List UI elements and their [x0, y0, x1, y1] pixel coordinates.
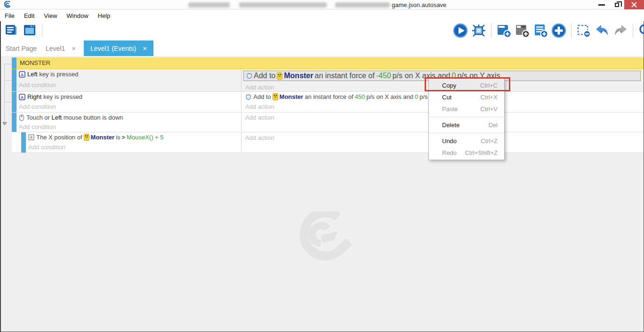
menu-separator	[429, 117, 504, 117]
add-action-link[interactable]: Add action	[245, 84, 274, 91]
add-condition-link[interactable]: Add condition	[19, 123, 56, 130]
title-redacted-1	[188, 2, 230, 8]
debug-icon[interactable]	[471, 23, 486, 38]
add-condition-link[interactable]: Add condition	[28, 144, 65, 151]
minimize-button[interactable]	[595, 0, 608, 9]
scene-editor-window-icon[interactable]	[22, 23, 37, 38]
close-button[interactable]	[624, 0, 644, 9]
window-border-left	[0, 21, 1, 332]
close-icon	[631, 2, 637, 8]
sub-event-row: The X position of Monster is > MouseX() …	[12, 132, 644, 153]
svg-text:A: A	[21, 95, 24, 99]
comment-row[interactable]: MONSTER	[12, 57, 644, 69]
position-icon	[28, 134, 34, 140]
unselect-all-button[interactable]	[576, 23, 591, 38]
toolbar	[0, 21, 644, 40]
context-menu: Copy Ctrl+C Cut Ctrl+X Paste Ctrl+V Dele…	[428, 78, 505, 160]
event-color-bar	[12, 69, 16, 91]
add-action-link[interactable]: Add action	[245, 114, 274, 121]
gdevelop-logo	[4, 1, 12, 8]
add-action-link[interactable]: Add action	[245, 134, 274, 141]
title-bar: game.json.autosave	[0, 0, 644, 9]
keyboard-key-icon: A	[19, 94, 25, 100]
menu-window[interactable]: Window	[65, 11, 93, 21]
title-redacted-3	[335, 2, 390, 8]
monster-sprite-icon	[273, 93, 278, 100]
gdevelop-logo-watermark	[293, 211, 353, 264]
menu-bar: File Edit View Window Help	[0, 10, 644, 21]
keyboard-key-icon: A	[19, 71, 25, 78]
svg-text:A: A	[21, 72, 24, 77]
toolbar-separator	[633, 24, 633, 38]
context-menu-undo[interactable]: Undo Ctrl+Z	[429, 135, 504, 147]
gdevelop-window: game.json.autosave File Edit View Window…	[0, 0, 644, 332]
menu-help[interactable]: Help	[97, 11, 115, 21]
add-sub-event-button[interactable]	[515, 23, 530, 38]
condition-right-key[interactable]: A Right key is pressed	[19, 93, 82, 100]
menu-edit[interactable]: Edit	[23, 11, 39, 21]
context-menu-redo[interactable]: Redo Ctrl+Shift+Z	[429, 147, 504, 159]
mouse-icon	[19, 114, 24, 121]
title-redacted-2	[239, 2, 327, 8]
event-color-bar	[21, 132, 26, 153]
event-color-bar	[12, 113, 16, 132]
menu-separator	[429, 133, 504, 133]
comment-text: MONSTER	[20, 59, 50, 66]
context-menu-copy[interactable]: Copy Ctrl+C	[429, 80, 504, 91]
redo-button[interactable]	[613, 23, 628, 38]
condition-mouse-down[interactable]: Touch or Left mouse button is down	[19, 114, 123, 121]
add-other-event-button[interactable]	[551, 23, 566, 38]
menu-file[interactable]: File	[4, 11, 19, 21]
action-instant-force[interactable]: Add to Monster an instant force of 450 p…	[245, 93, 454, 100]
toolbar-separator	[491, 24, 491, 38]
monster-sprite-icon	[84, 134, 89, 141]
event-color-bar	[12, 92, 16, 112]
tab-bar: Start Page Level1 × Level1 (Events) ×	[0, 40, 644, 56]
events-sheet: MONSTER A Left key is pressed Add condit…	[1, 56, 644, 332]
force-hand-icon	[245, 94, 251, 100]
add-event-button[interactable]	[496, 23, 511, 38]
play-button[interactable]	[453, 23, 468, 38]
menu-view[interactable]: View	[43, 11, 62, 21]
add-comment-button[interactable]	[533, 23, 548, 38]
force-hand-icon	[246, 73, 252, 79]
tab-level1-events[interactable]: Level1 (Events) ×	[84, 40, 153, 56]
event-color-bar	[12, 57, 16, 69]
add-action-link[interactable]: Add action	[245, 103, 274, 110]
event-row-2: A Right key is pressed Add condition Add…	[12, 92, 644, 113]
project-manager-icon[interactable]	[4, 23, 19, 38]
tab-start-page[interactable]: Start Page	[6, 40, 37, 56]
event-row-3: Touch or Left mouse button is down Add c…	[12, 113, 644, 132]
tab-close-icon[interactable]: ×	[72, 44, 76, 52]
event-row-1: A Left key is pressed Add condition Add …	[12, 69, 644, 92]
tab-level1[interactable]: Level1 ×	[46, 40, 76, 56]
monster-sprite-icon	[277, 73, 282, 80]
expander-arrow-icon[interactable]	[2, 122, 8, 126]
add-condition-link[interactable]: Add condition	[19, 103, 56, 110]
context-menu-delete[interactable]: Delete Del	[429, 119, 504, 131]
window-title: game.json.autosave	[392, 1, 446, 8]
condition-left-key[interactable]: A Left key is pressed	[19, 71, 78, 78]
tab-close-icon[interactable]: ×	[143, 44, 147, 52]
context-menu-paste[interactable]: Paste Ctrl+V	[429, 103, 504, 115]
add-condition-link[interactable]: Add condition	[19, 81, 56, 89]
toolbar-separator	[42, 24, 42, 38]
toolbar-separator	[571, 24, 572, 38]
restore-button[interactable]	[610, 0, 623, 9]
condition-x-position[interactable]: The X position of Monster is > MouseX() …	[28, 134, 164, 141]
context-menu-cut[interactable]: Cut Ctrl+X	[429, 91, 504, 103]
undo-button[interactable]	[595, 23, 610, 38]
